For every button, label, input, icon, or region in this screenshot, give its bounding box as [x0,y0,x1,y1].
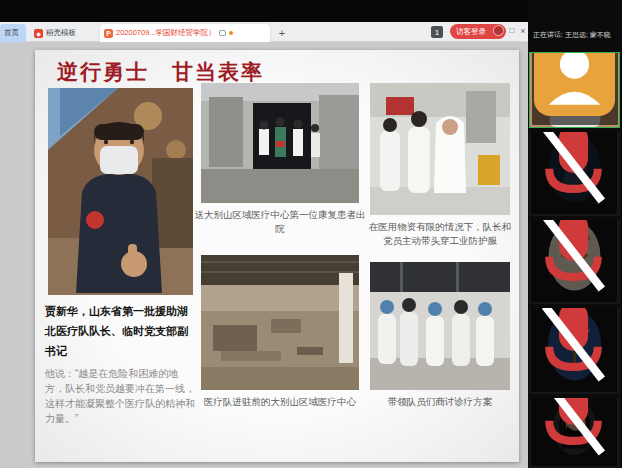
minimize-button[interactable]: – [496,24,506,38]
caption-team-discussion: 带领队员们商讨诊疗方案 [365,395,515,409]
tab-presentation-document[interactable]: P 20200709...学国财经贸学院） [100,24,270,42]
caption-patient-discharge: 送大别山区域医疗中心第一位康复患者出院 [193,208,367,237]
participant-name-strip: 第五陈舒晴2017061730... [531,398,617,466]
guest-login-label: 访客登录 [456,27,486,37]
participant-video-tile[interactable]: 王思远 [529,52,620,128]
comment-bubble-icon[interactable] [219,30,226,36]
tab-docer-templates[interactable]: ◆ 稻壳模板 [30,24,96,42]
presentation-slide: 逆行勇士 甘当表率 [35,50,519,462]
presentation-file-icon: P [104,29,113,38]
participant-video-tile[interactable]: 郭涛 [529,132,620,216]
tab-home-label: 首页 [4,28,19,38]
participant-name-strip: 王思远 [532,52,618,125]
photo-team-discussion [370,262,510,390]
new-tab-plus: + [279,27,285,39]
photo-team-leader [48,88,193,295]
photo-protective-suit [370,83,510,215]
new-tab-button[interactable]: + [274,24,290,42]
person-quote-text: 他说：“越是在危险和困难的地方，队长和党员越要冲在第一线，这样才能凝聚整个医疗队… [45,366,197,426]
document-canvas: 逆行勇士 甘当表率 [0,42,528,468]
close-button[interactable]: × [518,24,528,38]
photo-patient-discharge [201,83,359,203]
notification-dot-icon [229,31,233,35]
office-app-window: 首页 ◆ 稻壳模板 P 20200709...学国财经贸学院） + 1 访客登录… [0,0,528,468]
photo-empty-hall [201,255,359,390]
participant-video-tile[interactable]: 第五陈舒晴2017061730... [529,398,620,468]
participant-name-strip: 郭涛 [531,132,617,214]
now-speaking-label: 正在讲话: 王思远; 蒙不晓 [533,30,621,40]
participant-video-tile[interactable]: 赵媛 [529,308,620,394]
person-intro-text: 贾新华，山东省第一批援助湖北医疗队队长、临时党支部副书记 [45,302,197,361]
tab-document-label: 20200709...学国财经贸学院） [116,28,216,38]
mic-muted-icon [533,220,614,301]
participant-name-strip: 赵媛 [531,308,617,392]
tab-docer-label: 稻壳模板 [46,28,76,38]
slide-title: 逆行勇士 甘当表率 [57,58,264,86]
restore-button[interactable]: □ [507,24,517,38]
mic-muted-icon [533,308,614,391]
participant-video-tile[interactable]: 张娅 [529,220,620,304]
mic-on-icon [617,52,620,124]
meeting-participants-panel: 正在讲话: 王思远; 蒙不晓 王思远 [528,0,622,468]
tab-home[interactable]: 首页 [0,24,26,42]
mic-muted-icon [533,132,614,213]
document-tab-bar: 首页 ◆ 稻壳模板 P 20200709...学国财经贸学院） + [0,22,528,42]
docer-flame-icon: ◆ [34,29,43,38]
caption-empty-hall: 医疗队进驻前的大别山区域医疗中心 [187,395,373,409]
window-top-strip [0,0,528,22]
caption-protective-suit: 在医用物资有限的情况下，队长和党员主动带头穿工业防护服 [365,220,515,249]
participant-name-strip: 张娅 [531,220,617,302]
host-badge-icon [534,52,615,116]
mic-muted-icon [533,398,614,465]
member-count-badge[interactable]: 1 [431,26,443,38]
